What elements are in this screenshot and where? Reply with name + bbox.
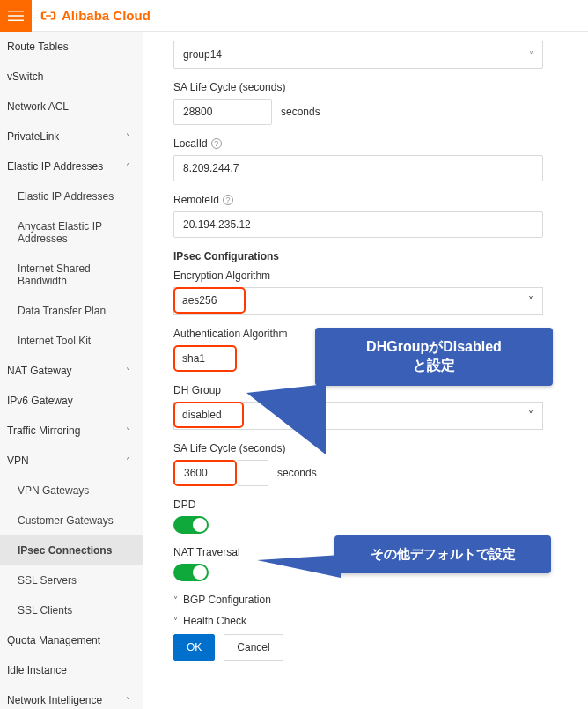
chevron-down-icon: ˅ [529,50,533,60]
ipsec-section-title: IPsec Configurations [173,250,543,262]
sidebar-item-label: NAT Gateway [7,365,72,377]
sa-lifecycle-2-label: SA Life Cycle (seconds) [173,442,543,454]
encryption-label: Encryption Algorithm [173,270,543,282]
sa-lifecycle-1-input[interactable]: 28800 [173,99,272,125]
alibaba-cloud-icon [40,8,56,24]
sidebar-item-nat-gateway[interactable]: NAT Gateway˅ [0,356,143,386]
sidebar-item-elastic-ip-addresses[interactable]: Elastic IP Addresses [0,181,143,211]
brand-text: Alibaba Cloud [62,8,151,23]
dhgroup-select[interactable]: disabled ˅ [173,402,543,430]
cancel-button[interactable]: Cancel [224,634,283,661]
sidebar-item-label: Data Transfer Plan [18,305,106,317]
dpd-label: DPD [173,499,543,511]
chevron-down-icon: ˅ [173,595,178,605]
chevron-down-icon: ˅ [126,132,130,142]
sidebar-item-label: VPN [7,454,29,467]
dhgroup-label: DH Group [173,384,543,396]
sidebar-item-data-transfer-plan[interactable]: Data Transfer Plan [0,296,143,326]
encryption-select[interactable]: aes256 ˅ [173,287,543,315]
chevron-down-icon: ˅ [528,295,542,307]
svg-rect-2 [8,19,24,21]
sidebar-item-elastic-ip-addresses[interactable]: Elastic IP Addresses˄ [0,151,143,181]
sidebar-item-quota-management[interactable]: Quota Management [0,625,143,655]
sidebar-item-idle-instance[interactable]: Idle Instance [0,655,143,685]
health-section-toggle[interactable]: ˅Health Check [173,615,543,627]
hamburger-icon [8,8,24,24]
annotation-callout-2: その他デフォルトで設定 [334,535,551,573]
remoteid-input[interactable]: 20.194.235.12 [173,211,543,238]
sidebar-item-ipsec-connections[interactable]: IPsec Connections [0,535,143,565]
help-icon[interactable]: ? [211,138,222,149]
sidebar-item-label: Traffic Mirroring [7,425,80,437]
toggle-knob [193,565,207,580]
sidebar-item-label: vSwitch [7,70,43,83]
seconds-suffix: seconds [281,106,320,118]
sidebar-item-anycast-elastic-ip-addresses[interactable]: Anycast Elastic IP Addresses [0,211,143,254]
sidebar-item-label: IPsec Connections [18,544,112,557]
sidebar-item-ssl-clients[interactable]: SSL Clients [0,595,143,625]
group-select-value: group14 [183,48,222,61]
chevron-up-icon: ˄ [126,162,130,172]
localid-input[interactable]: 8.209.244.7 [173,155,543,181]
sidebar-item-label: Idle Instance [7,664,67,676]
sidebar-item-label: SSL Clients [18,604,72,617]
seconds-suffix: seconds [277,467,317,479]
svg-rect-0 [8,11,24,12]
sidebar-item-label: IPv6 Gateway [7,395,73,407]
sidebar-item-ipv6-gateway[interactable]: IPv6 Gateway [0,386,143,416]
bgp-section-toggle[interactable]: ˅BGP Configuration [173,594,543,606]
sidebar-item-label: Internet Tool Kit [18,335,91,347]
sidebar-item-label: Quota Management [7,634,100,646]
sidebar-item-label: Elastic IP Addresses [7,160,103,173]
sidebar-item-internet-tool-kit[interactable]: Internet Tool Kit [0,326,143,356]
sa-lifecycle-2-input-ext[interactable] [237,460,268,486]
nat-toggle[interactable] [173,564,209,581]
ok-button[interactable]: OK [173,634,215,661]
sidebar-item-label: Network ACL [7,100,69,113]
sidebar-item-network-intelligence[interactable]: Network Intelligence˅ [0,685,143,709]
sidebar-item-route-tables[interactable]: Route Tables [0,32,143,62]
encryption-value-highlight: aes256 [173,287,246,314]
dpd-toggle[interactable] [173,516,209,534]
sidebar-item-internet-shared-bandwidth[interactable]: Internet Shared Bandwidth [0,254,143,296]
svg-rect-1 [8,15,24,17]
sidebar-item-label: SSL Servers [18,574,77,587]
sidebar-item-customer-gateways[interactable]: Customer Gateways [0,506,143,535]
remoteid-label: RemoteId? [173,194,543,206]
brand-logo: Alibaba Cloud [32,8,151,24]
help-icon[interactable]: ? [223,195,233,205]
chevron-down-icon: ˅ [126,426,130,436]
group-select[interactable]: group14 ˅ [173,41,543,69]
toggle-knob [193,518,207,532]
chevron-down-icon: ˅ [173,617,178,626]
sidebar-item-label: PrivateLink [7,130,59,143]
sidebar-item-privatelink[interactable]: PrivateLink˅ [0,122,143,151]
chevron-down-icon: ˅ [528,410,542,422]
header: Alibaba Cloud [0,0,588,32]
sidebar-item-label: Internet Shared Bandwidth [18,262,130,287]
sidebar-item-label: VPN Gateways [18,484,89,497]
chevron-down-icon: ˅ [126,366,130,376]
sidebar-nav[interactable]: Route TablesvSwitchNetwork ACLPrivateLin… [0,32,143,709]
sa-lifecycle-1-label: SA Life Cycle (seconds) [173,81,543,93]
chevron-down-icon: ˅ [126,696,130,705]
sidebar-item-vswitch[interactable]: vSwitch [0,62,143,92]
sidebar-item-label: Elastic IP Addresses [18,190,114,203]
sidebar-item-label: Anycast Elastic IP Addresses [18,220,130,245]
annotation-callout-1: DHGroupがDisabled と設定 [315,328,553,386]
auth-select[interactable]: sha1 [173,345,237,372]
hamburger-menu-button[interactable] [0,0,32,32]
sidebar-item-label: Route Tables [7,41,69,53]
sidebar-item-ssl-servers[interactable]: SSL Servers [0,565,143,595]
sidebar-item-vpn-gateways[interactable]: VPN Gateways [0,476,143,506]
dhgroup-value-highlight: disabled [173,402,244,428]
sidebar-item-vpn[interactable]: VPN˄ [0,446,143,476]
sidebar-item-label: Network Intelligence [7,694,102,706]
sidebar-item-traffic-mirroring[interactable]: Traffic Mirroring˅ [0,416,143,446]
sidebar-item-label: Customer Gateways [18,514,114,527]
sa-lifecycle-2-input[interactable]: 3600 [173,460,237,486]
localid-label: LocalId? [173,137,543,150]
chevron-up-icon: ˄ [126,456,130,466]
sidebar-item-network-acl[interactable]: Network ACL [0,92,143,122]
